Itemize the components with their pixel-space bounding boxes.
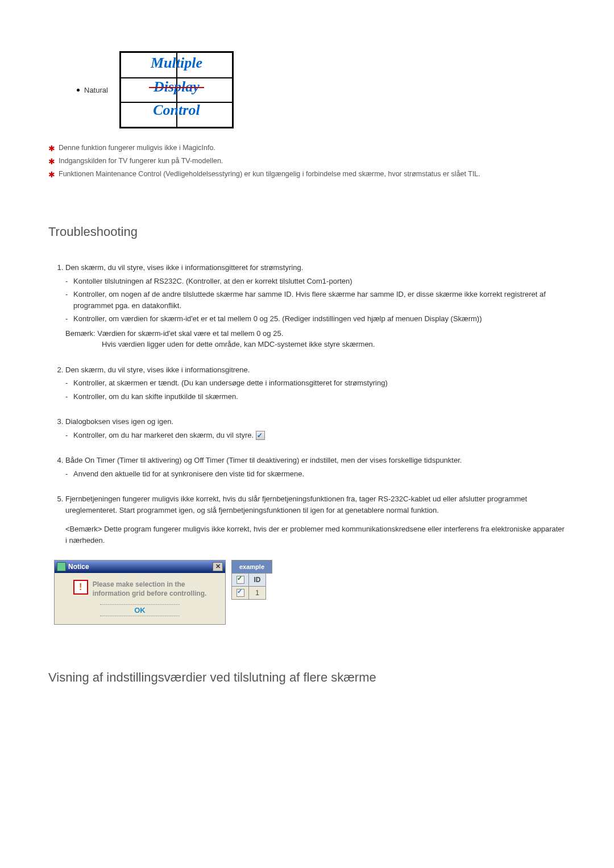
grid-id-cell: 1 (248, 586, 266, 600)
remark-continuation: Hvis værdien ligger uden for dette områd… (102, 339, 566, 350)
section-next: Visning af indstillingsværdier ved tilsl… (48, 670, 566, 685)
notice-area: Notice ✕ ! Please make selection in the … (54, 560, 566, 625)
remark-label: Bemærk: (65, 329, 96, 338)
checkbox-icon (256, 431, 265, 440)
ts-dash: Kontoller tilslutningen af RS232C. (Kont… (65, 276, 566, 287)
warning-icon: ! (73, 580, 88, 595)
bullet-icon (77, 89, 80, 92)
ts-item-2: Den skærm, du vil styre, vises ikke i in… (65, 364, 566, 402)
ts-item-3: Dialogboksen vises igen og igen. Kontrol… (65, 416, 566, 441)
natural-item: Natural Multiple Display Control (77, 51, 566, 128)
grid-checkbox-cell[interactable] (231, 586, 249, 600)
checkbox-icon (237, 576, 244, 584)
dialog-message-row: ! Please make selection in the informati… (73, 580, 207, 598)
ts-title: Dialogboksen vises igen og igen. (65, 417, 173, 426)
ts-dash: Kontroller, om værdien for skærm-id'et e… (65, 313, 566, 325)
ts-dash: Kontroller, om du kan skifte inputkilde … (65, 391, 566, 402)
star-note: Indgangskilden for TV fungerer kun på TV… (48, 156, 566, 167)
example-header: example (231, 560, 272, 574)
checkbox-icon (237, 589, 244, 597)
ok-button[interactable]: OK (100, 604, 180, 617)
remark: Bemærk: Værdien for skærm-id'et skal vær… (65, 328, 566, 350)
star-note: Denne funktion fungerer muligvis ikke i … (48, 143, 566, 153)
dialog-title: Notice (68, 563, 89, 571)
ts-dash: Kontroller, om nogen af de andre tilslut… (65, 289, 566, 311)
ts-item-5: Fjernbetjeningen fungerer muligvis ikke … (65, 493, 566, 546)
ts-item-1: Den skærm, du vil styre, vises ikke i in… (65, 262, 566, 350)
ts-title: Den skærm, du vil styre, vises ikke i in… (65, 263, 303, 272)
logo-line-2: Display (121, 78, 232, 95)
close-icon[interactable]: ✕ (213, 562, 223, 571)
troubleshooting-list: Den skærm, du vil styre, vises ikke i in… (54, 262, 566, 546)
dialog-titlebar: Notice ✕ (55, 560, 225, 573)
dialog-app-icon (57, 562, 66, 571)
remark2-label: <Bemærk> (65, 525, 102, 533)
remark2-body: Dette program fungerer muligvis ikke kor… (65, 525, 565, 545)
section-troubleshooting: Troubleshooting (48, 225, 566, 239)
remark2: <Bemærk> Dette program fungerer muligvis… (65, 524, 566, 546)
logo-line-3: Control (121, 102, 232, 119)
ts-dash: Anvend den aktuelle tid for at synkronis… (65, 468, 566, 480)
ts-title: Fjernbetjeningen fungerer muligvis ikke … (65, 495, 527, 514)
mdc-logo-graphic: Multiple Display Control (119, 51, 234, 128)
star-notes: Denne funktion fungerer muligvis ikke i … (48, 143, 566, 179)
ts-dash: Kontroller, om du har markeret den skærm… (65, 430, 566, 441)
logo-line-1: Multiple (121, 55, 232, 72)
dialog-message: Please make selection in the information… (93, 580, 207, 598)
grid-checkbox-header (231, 573, 249, 587)
ts-title: Den skærm, du vil styre, vises ikke i in… (65, 366, 250, 374)
ts-dash: Kontroller, at skærmen er tændt. (Du kan… (65, 377, 566, 389)
star-note: Funktionen Maintenance Control (Vedligeh… (48, 169, 566, 180)
natural-label: Natural (84, 86, 108, 94)
notice-dialog: Notice ✕ ! Please make selection in the … (54, 560, 226, 625)
ts-title: Både On Timer (Timer til aktivering) og … (65, 456, 462, 464)
remark-body: Værdien for skærm-id'et skal være et tal… (97, 329, 283, 338)
example-grid: example ID 1 (231, 560, 272, 600)
grid-id-header: ID (248, 573, 266, 587)
ts-item-4: Både On Timer (Timer til aktivering) og … (65, 455, 566, 479)
